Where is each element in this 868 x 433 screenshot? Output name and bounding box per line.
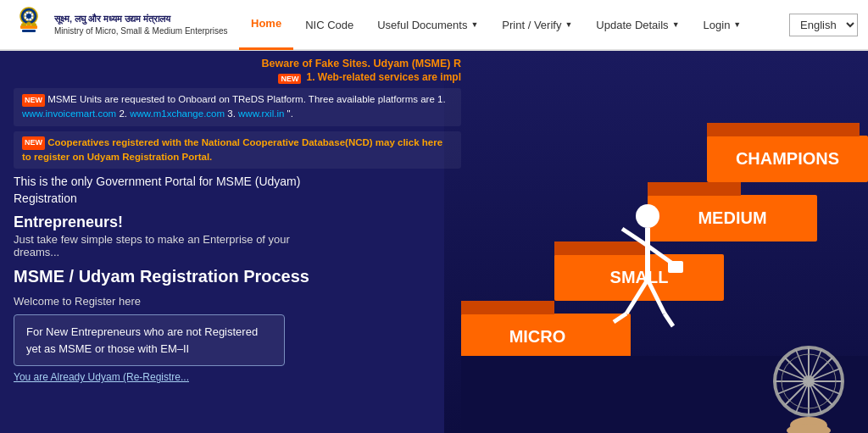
svg-rect-22	[461, 301, 554, 314]
chevron-down-icon: ▼	[470, 20, 478, 29]
navbar: सूक्ष्म, लघु और मध्यम उद्यम मंत्रालय Min…	[0, 0, 868, 51]
emblem-icon	[10, 6, 47, 43]
new-badge-treds: NEW	[22, 94, 45, 108]
staircase-svg: MICRO SMALL MEDIUM CHAMPIONS	[444, 51, 868, 433]
nav-links: Home NIC Code Useful Documents ▼ Print /…	[239, 0, 789, 50]
treds-link-2[interactable]: www.m1xchange.com	[130, 108, 225, 119]
svg-rect-25	[707, 123, 860, 136]
portal-description: This is the only Government Portal for M…	[14, 174, 461, 207]
logo-english: Ministry of Micro, Small & Medium Enterp…	[54, 25, 228, 36]
svg-point-26	[636, 204, 659, 228]
already-registered-link[interactable]: You are Already Udyam (Re-Registre...	[14, 371, 461, 383]
nav-home[interactable]: Home	[239, 0, 293, 50]
logo-hindi: सूक्ष्म, लघु और मध्यम उद्यम मंत्रालय	[54, 13, 228, 25]
svg-point-10	[31, 23, 36, 26]
chevron-down-icon: ▼	[565, 20, 572, 29]
treds-notice-text: MSME Units are requested to Onboard on T…	[47, 94, 445, 104]
treds-link-1[interactable]: www.invoicemart.com	[22, 108, 116, 119]
nav-login[interactable]: Login ▼	[692, 0, 754, 50]
entrepreneurs-sub: Just take few simple steps to make an En…	[14, 233, 461, 258]
alert-fake-sites: Beware of Fake Sites. Udyam (MSME) R	[14, 58, 461, 69]
cooperative-notice: NEW Cooperatives registered with the Nat…	[14, 131, 461, 169]
treds-link-3[interactable]: www.rxil.in	[238, 108, 284, 119]
nav-update-details[interactable]: Update Details ▼	[584, 0, 691, 50]
register-new-entrepreneurs-box[interactable]: For New Entrepreneurs who are not Regist…	[14, 314, 285, 366]
right-visual: MICRO SMALL MEDIUM CHAMPIONS	[444, 51, 868, 433]
chevron-down-icon: ▼	[733, 20, 741, 29]
svg-rect-24	[648, 182, 741, 196]
msme-heading: MSME / Udyam Registration Process	[14, 267, 461, 286]
nav-print-verify[interactable]: Print / Verify ▼	[490, 0, 584, 50]
new-badge-coop: NEW	[22, 136, 45, 150]
logo-area: सूक्ष्म, लघु और मध्यम उद्यम मंत्रालय Min…	[10, 6, 239, 43]
cooperative-notice-text: Cooperatives registered with the Nationa…	[22, 137, 442, 162]
svg-text:SMALL: SMALL	[610, 268, 669, 286]
svg-text:MICRO: MICRO	[509, 327, 566, 346]
chevron-down-icon: ▼	[672, 20, 680, 29]
main-content: Beware of Fake Sites. Udyam (MSME) R NEW…	[0, 51, 868, 433]
svg-text:MEDIUM: MEDIUM	[698, 208, 766, 227]
svg-rect-23	[554, 241, 648, 255]
nav-useful-docs[interactable]: Useful Documents ▼	[365, 0, 490, 50]
language-select[interactable]: English हिंदी	[789, 14, 858, 36]
new-badge-1: NEW	[278, 74, 301, 84]
svg-point-9	[21, 23, 26, 26]
alert-web-services: 1. Web-related services are impl	[306, 71, 461, 83]
entrepreneurs-heading: Entrepreneurs!	[14, 214, 461, 231]
svg-point-11	[26, 22, 31, 25]
welcome-text: Welcome to Register here	[14, 295, 461, 308]
svg-rect-8	[22, 30, 36, 32]
treds-notice: NEW MSME Units are requested to Onboard …	[14, 88, 461, 126]
left-panel: Beware of Fake Sites. Udyam (MSME) R NEW…	[0, 51, 475, 433]
logo-text: सूक्ष्म, लघु और मध्यम उद्यम मंत्रालय Min…	[54, 13, 228, 36]
svg-text:CHAMPIONS: CHAMPIONS	[736, 149, 839, 168]
nav-nic-code[interactable]: NIC Code	[293, 0, 365, 50]
svg-rect-30	[668, 261, 683, 273]
